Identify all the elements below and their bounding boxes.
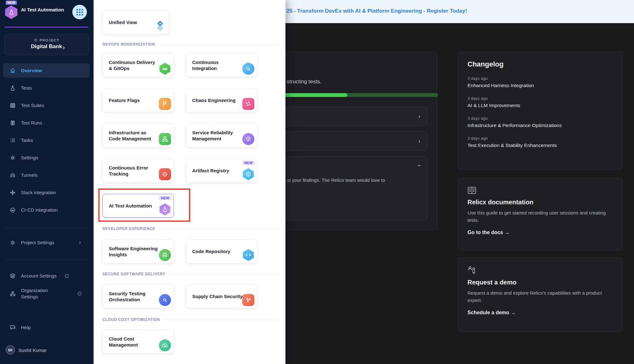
onboarding-step-row[interactable]: ›: [279, 106, 428, 126]
chevron-right-icon[interactable]: ›: [418, 138, 420, 144]
gear-icon: [10, 155, 16, 161]
module-card-artifact-registry[interactable]: NEW Artifact Registry: [186, 159, 257, 182]
module-card-code-repository[interactable]: Code Repository: [186, 239, 257, 263]
sidebar-item-test-suites[interactable]: Test Suites: [3, 98, 90, 112]
getting-started-text-fragment: structing tests.: [287, 79, 322, 85]
sidebar-item-test-runs[interactable]: Test Runs: [3, 116, 90, 130]
module-card-feature-flags[interactable]: Feature Flags: [102, 88, 174, 112]
info-icon: [64, 273, 69, 278]
chevron-right-icon: [78, 240, 82, 245]
changelog-entry-title[interactable]: Infrastructure & Performance Optimizatio…: [467, 123, 613, 128]
feature-flags-icon: [159, 98, 171, 110]
changelog-entry-title[interactable]: Enhanced Harness Integration: [467, 83, 613, 88]
sidebar-item-account-settings[interactable]: Account Settings: [3, 269, 90, 283]
sidebar-item-label: Settings: [21, 155, 38, 160]
project-name: Digital Bank: [5, 43, 88, 50]
grid-icon: [10, 102, 16, 109]
section-title: DEVOPS MODERNIZATION: [102, 42, 155, 47]
module-card-unified-view[interactable]: Unified View: [102, 10, 169, 34]
software-engineering-insights-icon: [159, 249, 171, 261]
module-card-chaos-engineering[interactable]: Chaos Engineering: [186, 88, 257, 112]
info-icon: [77, 291, 82, 296]
sidebar-item-label: Account Settings: [21, 273, 57, 278]
module-card-supply-chain-security[interactable]: Supply Chain Security: [186, 284, 257, 308]
home-icon: [10, 67, 16, 74]
columns-icon: [10, 120, 16, 126]
flask-icon: [10, 85, 16, 91]
svg-text:$: $: [164, 344, 166, 348]
module-picker-button[interactable]: [72, 5, 87, 19]
iac-management-icon: [159, 133, 171, 145]
sidebar-item-label: CI-CD integration: [21, 207, 58, 213]
nine-dot-grid-icon: [76, 9, 83, 16]
module-card-service-reliability[interactable]: Service Reliability Management: [186, 124, 257, 147]
changelog-entry-time: 3 days ago: [467, 96, 613, 101]
module-card-label: Security Testing Orchestration: [109, 290, 160, 303]
chevron-right-icon[interactable]: ›: [418, 113, 420, 120]
sidebar-item-label: Tunnels: [21, 172, 38, 178]
artifact-registry-icon: [242, 168, 254, 180]
changelog-entry-title[interactable]: AI & LLM Improvements: [467, 103, 613, 108]
sidebar-item-label: Help: [21, 325, 31, 330]
sidebar-item-label: Tasks: [21, 137, 33, 143]
changelog-title: Changelog: [467, 60, 613, 68]
request-demo-title: Request a demo: [467, 279, 613, 286]
sidebar-item-cicd-integration[interactable]: CI-CD integration: [3, 203, 90, 217]
accent-divider: [4, 27, 88, 28]
changelog-entry-title[interactable]: Test Execution & Stability Enhancements: [467, 143, 613, 148]
sidebar-item-project-settings[interactable]: Project Settings: [3, 235, 90, 250]
sidebar-item-label: Slack integration: [21, 190, 56, 195]
cloud-cost-management-icon: $: [159, 339, 171, 351]
module-card-security-testing[interactable]: Security Testing Orchestration: [102, 284, 174, 308]
module-card-continuous-delivery[interactable]: Continuous Delivery & GitOps ∞: [102, 53, 174, 77]
section-header-secure-delivery: SECURE SOFTWARE DELIVERY: [102, 272, 278, 276]
onboarding-step-expanded[interactable]: › st your findings. The Relicx team woul…: [279, 156, 428, 220]
module-card-ai-test-automation[interactable]: NEW AI Test Automation: [102, 194, 174, 218]
people-icon: [467, 266, 613, 274]
project-selector[interactable]: PROJECT Digital Bank: [4, 34, 88, 55]
security-testing-icon: [159, 294, 171, 306]
chaos-engineering-icon: [242, 98, 254, 110]
onboarding-step-row[interactable]: ›: [279, 131, 428, 151]
module-card-iac-management[interactable]: Infrastructure as Code Management: [102, 124, 174, 147]
section-header-cloud-cost: CLOUD COST OPTIMIZATION: [102, 317, 278, 322]
sidebar-item-tasks[interactable]: Tasks: [3, 133, 90, 147]
changelog-entry-time: 3 days ago: [467, 76, 613, 81]
ai-test-automation-icon: [159, 203, 171, 215]
sidebar-item-tunnels[interactable]: Tunnels: [3, 168, 90, 182]
sidebar-item-tests[interactable]: Tests: [3, 81, 90, 95]
user-name[interactable]: Sushil Kumar: [18, 348, 47, 353]
module-card-error-tracking[interactable]: Continuous Error Tracking: [102, 159, 174, 182]
app-new-badge: NEW: [6, 1, 17, 5]
module-card-software-engineering-insights[interactable]: Software Engineering Insights: [102, 239, 174, 263]
sidebar-item-settings[interactable]: Settings: [3, 150, 90, 165]
documentation-body: Use this guide to get started recording …: [467, 209, 609, 224]
app-logo-icon[interactable]: [4, 5, 18, 19]
module-card-cloud-cost-management[interactable]: Cloud Cost Management $: [102, 330, 174, 354]
gear-icon: [10, 239, 16, 246]
app-title: AI Test Automation: [21, 7, 69, 13]
sidebar-item-overview[interactable]: Overview: [3, 63, 90, 78]
user-avatar[interactable]: SK: [6, 345, 15, 354]
go-to-docs-link[interactable]: Go to the docs →: [467, 230, 613, 235]
chevron-down-icon[interactable]: ›: [416, 165, 423, 167]
module-card-label: Code Repository: [192, 248, 243, 255]
sidebar-item-organization-settings[interactable]: Organization Settings: [3, 284, 90, 303]
promo-banner-text[interactable]: 25 - Transform DevEx with AI & Platform …: [286, 8, 467, 14]
org-chart-icon: [10, 291, 16, 297]
sidebar-item-label: Test Runs: [21, 120, 42, 125]
help-chat-icon: ?: [10, 324, 16, 331]
sidebar-item-slack-integration[interactable]: Slack integration: [3, 185, 90, 200]
layers-icon: [10, 273, 16, 279]
module-card-continuous-integration[interactable]: Continuous Integration: [186, 53, 257, 77]
documentation-card: Relicx documentation Use this guide to g…: [458, 178, 623, 250]
sidebar-item-help[interactable]: ? Help: [3, 320, 90, 335]
section-divider: [169, 274, 278, 274]
unified-view-icon: [154, 20, 166, 32]
module-card-label: Continuous Delivery & GitOps: [109, 59, 160, 71]
expanded-step-text-fragment: st your findings. The Relicx team would …: [287, 177, 385, 183]
section-divider: [159, 44, 278, 45]
secure-delivery-grid: Security Testing Orchestration Supply Ch…: [102, 284, 269, 308]
sidebar-item-label: Project Settings: [21, 240, 54, 245]
schedule-demo-link[interactable]: Schedule a demo →: [467, 310, 613, 316]
